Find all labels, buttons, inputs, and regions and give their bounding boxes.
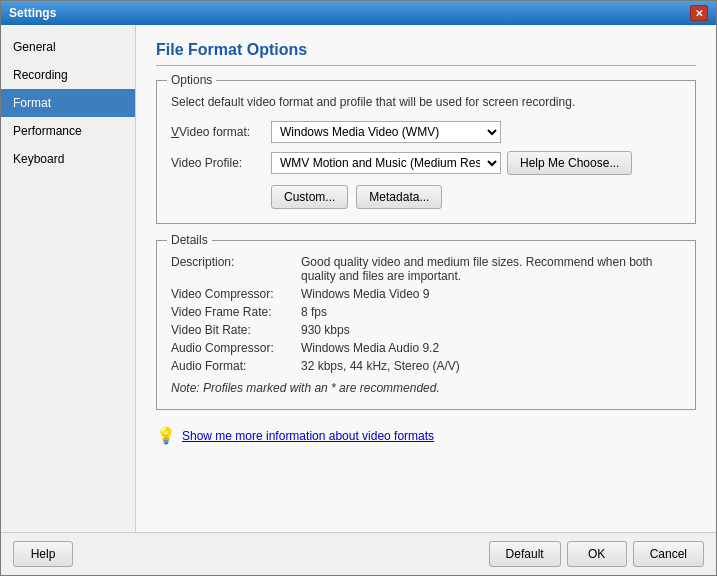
title-bar-left: Settings xyxy=(9,6,56,20)
cancel-button[interactable]: Cancel xyxy=(633,541,704,567)
sidebar-label-format: Format xyxy=(13,96,51,110)
info-link[interactable]: Show me more information about video for… xyxy=(182,429,434,443)
video-bit-rate-row: Video Bit Rate: 930 kbps xyxy=(171,323,681,337)
default-button[interactable]: Default xyxy=(489,541,561,567)
options-group-title: Options xyxy=(167,73,216,87)
audio-format-value: 32 kbps, 44 kHz, Stereo (A/V) xyxy=(301,359,460,373)
window-body: General Recording Format Performance Key… xyxy=(1,25,716,532)
note-row: Note: Profiles marked with an * are reco… xyxy=(171,381,681,395)
window-title: Settings xyxy=(9,6,56,20)
audio-compressor-label: Audio Compressor: xyxy=(171,341,301,355)
video-profile-label: Video Profile: xyxy=(171,156,271,170)
description-label: Description: xyxy=(171,255,301,283)
video-profile-control-group: WMV Motion and Music (Medium Resolution)… xyxy=(271,151,681,175)
options-group: Options Select default video format and … xyxy=(156,80,696,224)
settings-window: Settings ✕ General Recording Format Perf… xyxy=(0,0,717,576)
details-group-title: Details xyxy=(167,233,212,247)
help-me-choose-button[interactable]: Help Me Choose... xyxy=(507,151,632,175)
video-compressor-value: Windows Media Video 9 xyxy=(301,287,430,301)
sidebar-item-performance[interactable]: Performance xyxy=(1,117,135,145)
video-compressor-row: Video Compressor: Windows Media Video 9 xyxy=(171,287,681,301)
title-bar: Settings ✕ xyxy=(1,1,716,25)
audio-compressor-row: Audio Compressor: Windows Media Audio 9.… xyxy=(171,341,681,355)
sidebar-label-performance: Performance xyxy=(13,124,82,138)
info-link-row: 💡 Show me more information about video f… xyxy=(156,426,696,445)
window-footer: Help Default OK Cancel xyxy=(1,532,716,575)
sidebar-label-keyboard: Keyboard xyxy=(13,152,64,166)
description-value: Good quality video and medium file sizes… xyxy=(301,255,681,283)
custom-button[interactable]: Custom... xyxy=(271,185,348,209)
video-format-control-group: Windows Media Video (WMV) xyxy=(271,121,681,143)
footer-left: Help xyxy=(13,541,73,567)
options-description: Select default video format and profile … xyxy=(171,95,681,109)
details-group: Details Description: Good quality video … xyxy=(156,240,696,410)
sidebar-label-general: General xyxy=(13,40,56,54)
page-title: File Format Options xyxy=(156,41,696,66)
help-button[interactable]: Help xyxy=(13,541,73,567)
metadata-button[interactable]: Metadata... xyxy=(356,185,442,209)
audio-format-row: Audio Format: 32 kbps, 44 kHz, Stereo (A… xyxy=(171,359,681,373)
video-compressor-label: Video Compressor: xyxy=(171,287,301,301)
video-frame-rate-label: Video Frame Rate: xyxy=(171,305,301,319)
footer-right: Default OK Cancel xyxy=(489,541,704,567)
video-frame-rate-row: Video Frame Rate: 8 fps xyxy=(171,305,681,319)
video-format-select[interactable]: Windows Media Video (WMV) xyxy=(271,121,501,143)
audio-format-label: Audio Format: xyxy=(171,359,301,373)
details-table: Description: Good quality video and medi… xyxy=(171,255,681,395)
sidebar-item-recording[interactable]: Recording xyxy=(1,61,135,89)
video-format-label: VVideo format: xyxy=(171,125,271,139)
main-content: File Format Options Options Select defau… xyxy=(136,25,716,532)
ok-button[interactable]: OK xyxy=(567,541,627,567)
video-format-row: VVideo format: Windows Media Video (WMV) xyxy=(171,121,681,143)
action-buttons-row: Custom... Metadata... xyxy=(271,185,681,209)
close-button[interactable]: ✕ xyxy=(690,5,708,21)
video-bit-rate-label: Video Bit Rate: xyxy=(171,323,301,337)
sidebar: General Recording Format Performance Key… xyxy=(1,25,136,532)
description-row: Description: Good quality video and medi… xyxy=(171,255,681,283)
video-profile-select[interactable]: WMV Motion and Music (Medium Resolution)… xyxy=(271,152,501,174)
sidebar-label-recording: Recording xyxy=(13,68,68,82)
sidebar-item-keyboard[interactable]: Keyboard xyxy=(1,145,135,173)
close-icon: ✕ xyxy=(695,8,703,19)
video-profile-row: Video Profile: WMV Motion and Music (Med… xyxy=(171,151,681,175)
sidebar-item-general[interactable]: General xyxy=(1,33,135,61)
video-bit-rate-value: 930 kbps xyxy=(301,323,350,337)
video-frame-rate-value: 8 fps xyxy=(301,305,327,319)
note-text: Note: Profiles marked with an * are reco… xyxy=(171,381,440,395)
audio-compressor-value: Windows Media Audio 9.2 xyxy=(301,341,439,355)
bulb-icon: 💡 xyxy=(156,426,176,445)
sidebar-item-format[interactable]: Format xyxy=(1,89,135,117)
